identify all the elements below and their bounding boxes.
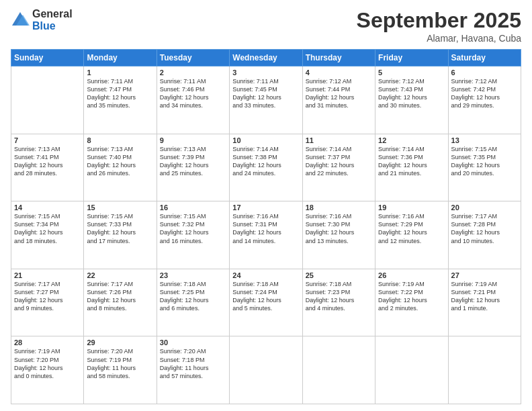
day-info: Sunrise: 7:14 AM Sunset: 7:38 PM Dayligh… <box>232 145 299 178</box>
logo-icon <box>11 11 30 30</box>
day-info: Sunrise: 7:19 AM Sunset: 7:22 PM Dayligh… <box>378 280 445 313</box>
calendar-cell: 14Sunrise: 7:15 AM Sunset: 7:34 PM Dayli… <box>11 201 84 269</box>
logo-general-text: General <box>32 8 73 20</box>
calendar-cell: 7Sunrise: 7:13 AM Sunset: 7:41 PM Daylig… <box>11 134 84 201</box>
calendar-table: SundayMondayTuesdayWednesdayThursdayFrid… <box>11 49 521 404</box>
calendar-cell: 22Sunrise: 7:17 AM Sunset: 7:26 PM Dayli… <box>84 269 157 336</box>
day-info: Sunrise: 7:19 AM Sunset: 7:21 PM Dayligh… <box>451 280 518 313</box>
day-info: Sunrise: 7:17 AM Sunset: 7:28 PM Dayligh… <box>451 212 518 245</box>
main-title: September 2025 <box>357 8 521 33</box>
day-number: 24 <box>232 271 299 279</box>
calendar-cell: 8Sunrise: 7:13 AM Sunset: 7:40 PM Daylig… <box>84 134 157 201</box>
calendar-day-header: Thursday <box>302 50 375 66</box>
calendar-cell <box>302 336 375 404</box>
day-number: 26 <box>378 271 445 279</box>
calendar-cell: 17Sunrise: 7:16 AM Sunset: 7:31 PM Dayli… <box>230 201 302 269</box>
calendar-cell: 2Sunrise: 7:11 AM Sunset: 7:46 PM Daylig… <box>157 66 229 134</box>
calendar-cell <box>230 336 302 404</box>
day-info: Sunrise: 7:11 AM Sunset: 7:46 PM Dayligh… <box>160 77 226 110</box>
calendar-cell: 4Sunrise: 7:12 AM Sunset: 7:44 PM Daylig… <box>302 66 375 134</box>
day-info: Sunrise: 7:16 AM Sunset: 7:29 PM Dayligh… <box>378 212 445 245</box>
calendar-cell: 26Sunrise: 7:19 AM Sunset: 7:22 PM Dayli… <box>375 269 448 336</box>
calendar-week-row: 28Sunrise: 7:19 AM Sunset: 7:20 PM Dayli… <box>11 336 521 404</box>
day-number: 13 <box>451 136 518 144</box>
calendar-cell: 21Sunrise: 7:17 AM Sunset: 7:27 PM Dayli… <box>11 269 84 336</box>
day-info: Sunrise: 7:12 AM Sunset: 7:42 PM Dayligh… <box>451 77 518 110</box>
logo-text: General Blue <box>32 8 73 32</box>
calendar-cell: 19Sunrise: 7:16 AM Sunset: 7:29 PM Dayli… <box>375 201 448 269</box>
calendar-cell: 28Sunrise: 7:19 AM Sunset: 7:20 PM Dayli… <box>11 336 84 404</box>
header: General Blue September 2025 Alamar, Hava… <box>11 8 521 44</box>
calendar-cell <box>375 336 448 404</box>
logo-blue-text: Blue <box>32 20 73 32</box>
day-info: Sunrise: 7:12 AM Sunset: 7:43 PM Dayligh… <box>378 77 445 110</box>
day-info: Sunrise: 7:11 AM Sunset: 7:47 PM Dayligh… <box>87 77 153 110</box>
calendar-cell: 11Sunrise: 7:14 AM Sunset: 7:37 PM Dayli… <box>302 134 375 201</box>
day-number: 23 <box>160 271 226 279</box>
calendar-cell: 9Sunrise: 7:13 AM Sunset: 7:39 PM Daylig… <box>157 134 229 201</box>
calendar-cell: 6Sunrise: 7:12 AM Sunset: 7:42 PM Daylig… <box>448 66 521 134</box>
day-info: Sunrise: 7:18 AM Sunset: 7:24 PM Dayligh… <box>232 280 299 313</box>
day-number: 22 <box>87 271 153 279</box>
day-info: Sunrise: 7:17 AM Sunset: 7:27 PM Dayligh… <box>14 280 81 313</box>
day-info: Sunrise: 7:15 AM Sunset: 7:35 PM Dayligh… <box>451 145 518 178</box>
day-number: 10 <box>232 136 299 144</box>
calendar-week-row: 1Sunrise: 7:11 AM Sunset: 7:47 PM Daylig… <box>11 66 521 134</box>
calendar-cell: 24Sunrise: 7:18 AM Sunset: 7:24 PM Dayli… <box>230 269 302 336</box>
logo: General Blue <box>11 8 73 32</box>
day-number: 27 <box>451 271 518 279</box>
calendar-day-header: Tuesday <box>157 50 229 66</box>
calendar-cell: 29Sunrise: 7:20 AM Sunset: 7:19 PM Dayli… <box>84 336 157 404</box>
calendar-cell <box>11 66 84 134</box>
day-number: 17 <box>232 203 299 212</box>
day-number: 16 <box>160 203 226 212</box>
calendar-cell: 15Sunrise: 7:15 AM Sunset: 7:33 PM Dayli… <box>84 201 157 269</box>
calendar-day-header: Saturday <box>448 50 521 66</box>
day-info: Sunrise: 7:14 AM Sunset: 7:37 PM Dayligh… <box>306 145 372 178</box>
calendar-header-row: SundayMondayTuesdayWednesdayThursdayFrid… <box>11 50 521 66</box>
day-info: Sunrise: 7:12 AM Sunset: 7:44 PM Dayligh… <box>306 77 372 110</box>
day-info: Sunrise: 7:17 AM Sunset: 7:26 PM Dayligh… <box>87 280 153 313</box>
day-info: Sunrise: 7:15 AM Sunset: 7:32 PM Dayligh… <box>160 212 226 245</box>
calendar-week-row: 21Sunrise: 7:17 AM Sunset: 7:27 PM Dayli… <box>11 269 521 336</box>
day-info: Sunrise: 7:13 AM Sunset: 7:41 PM Dayligh… <box>14 145 81 178</box>
title-block: September 2025 Alamar, Havana, Cuba <box>357 8 521 44</box>
day-info: Sunrise: 7:16 AM Sunset: 7:31 PM Dayligh… <box>232 212 299 245</box>
calendar-cell: 23Sunrise: 7:18 AM Sunset: 7:25 PM Dayli… <box>157 269 229 336</box>
calendar-week-row: 14Sunrise: 7:15 AM Sunset: 7:34 PM Dayli… <box>11 201 521 269</box>
day-number: 20 <box>451 203 518 212</box>
day-number: 14 <box>14 203 81 212</box>
calendar-cell: 5Sunrise: 7:12 AM Sunset: 7:43 PM Daylig… <box>375 66 448 134</box>
day-number: 21 <box>14 271 81 279</box>
calendar-cell: 3Sunrise: 7:11 AM Sunset: 7:45 PM Daylig… <box>230 66 302 134</box>
day-number: 19 <box>378 203 445 212</box>
day-number: 9 <box>160 136 226 144</box>
day-info: Sunrise: 7:18 AM Sunset: 7:25 PM Dayligh… <box>160 280 226 313</box>
day-number: 30 <box>160 338 226 347</box>
day-number: 7 <box>14 136 81 144</box>
calendar-cell <box>448 336 521 404</box>
calendar-cell: 13Sunrise: 7:15 AM Sunset: 7:35 PM Dayli… <box>448 134 521 201</box>
day-number: 18 <box>306 203 372 212</box>
day-number: 11 <box>306 136 372 144</box>
calendar-cell: 30Sunrise: 7:20 AM Sunset: 7:18 PM Dayli… <box>157 336 229 404</box>
calendar-cell: 25Sunrise: 7:18 AM Sunset: 7:23 PM Dayli… <box>302 269 375 336</box>
day-number: 8 <box>87 136 153 144</box>
calendar-cell: 27Sunrise: 7:19 AM Sunset: 7:21 PM Dayli… <box>448 269 521 336</box>
day-info: Sunrise: 7:19 AM Sunset: 7:20 PM Dayligh… <box>14 347 81 380</box>
day-info: Sunrise: 7:15 AM Sunset: 7:34 PM Dayligh… <box>14 212 81 245</box>
day-number: 12 <box>378 136 445 144</box>
calendar-day-header: Friday <box>375 50 448 66</box>
day-number: 28 <box>14 338 81 347</box>
day-number: 29 <box>87 338 153 347</box>
day-number: 4 <box>306 68 372 77</box>
page: General Blue September 2025 Alamar, Hava… <box>0 0 532 411</box>
day-info: Sunrise: 7:13 AM Sunset: 7:39 PM Dayligh… <box>160 145 226 178</box>
calendar-day-header: Wednesday <box>230 50 302 66</box>
calendar-cell: 12Sunrise: 7:14 AM Sunset: 7:36 PM Dayli… <box>375 134 448 201</box>
day-info: Sunrise: 7:18 AM Sunset: 7:23 PM Dayligh… <box>306 280 372 313</box>
day-number: 5 <box>378 68 445 77</box>
calendar-cell: 20Sunrise: 7:17 AM Sunset: 7:28 PM Dayli… <box>448 201 521 269</box>
day-info: Sunrise: 7:15 AM Sunset: 7:33 PM Dayligh… <box>87 212 153 245</box>
day-number: 1 <box>87 68 153 77</box>
